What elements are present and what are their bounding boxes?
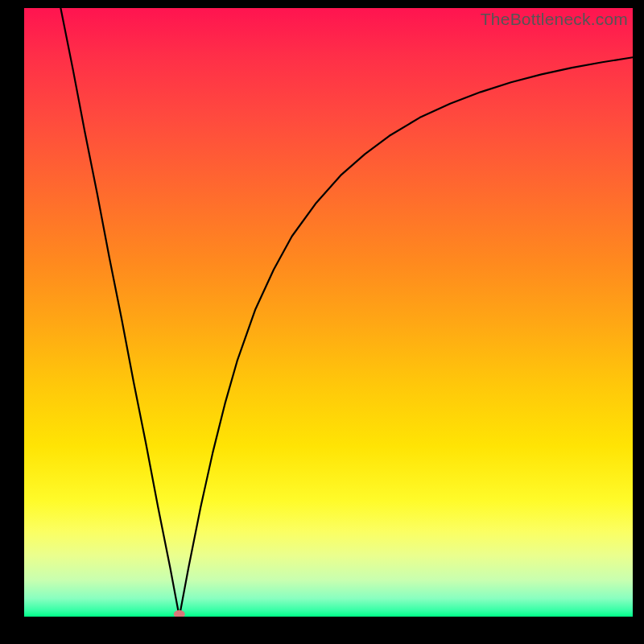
chart-frame: TheBottleneck.com (0, 0, 644, 644)
bottleneck-curve (24, 8, 633, 617)
gradient-plot-area: TheBottleneck.com (24, 8, 633, 617)
svg-point-0 (174, 610, 185, 617)
